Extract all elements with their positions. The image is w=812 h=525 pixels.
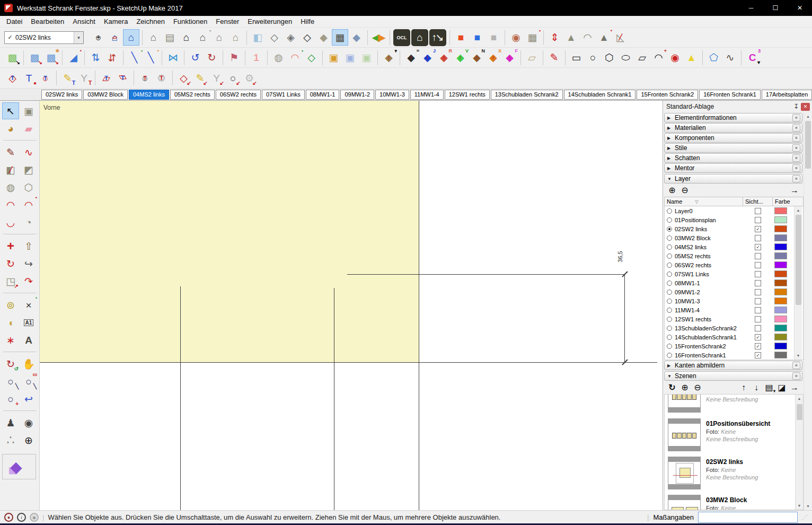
arc-tool[interactable]: ◠ <box>2 196 19 213</box>
walk-tool[interactable]: ∴ <box>2 432 19 449</box>
layer-radio[interactable] <box>667 299 672 304</box>
paper-cone-icon[interactable]: ▲ <box>683 49 700 66</box>
label-move-icon[interactable]: T● <box>21 70 37 86</box>
layer-color-swatch[interactable] <box>774 261 787 268</box>
ball-arc-icon[interactable]: ◠▪ <box>287 49 303 66</box>
layer-color-swatch[interactable] <box>774 216 787 223</box>
scene-remove-icon[interactable]: ⊖ <box>692 382 703 393</box>
section-close-icon[interactable]: × <box>792 144 800 152</box>
layer-color-swatch[interactable] <box>774 325 787 331</box>
pie-tool[interactable]: ◔ <box>20 214 37 231</box>
scenes-scroll-thumb[interactable] <box>797 404 802 420</box>
offset-tool[interactable]: ↷ <box>20 273 37 290</box>
layer-list-scrollbar[interactable]: ▲ ▼ <box>794 206 802 360</box>
scene-tab-12sw1-rechts[interactable]: 12SW1 rechts <box>445 90 490 100</box>
combo-chevron-icon[interactable]: ▾ <box>74 32 83 43</box>
scene-tab-09mw1-2[interactable]: 09MW1-2 <box>340 90 374 100</box>
label-card-up-icon[interactable]: ▱T <box>98 70 114 86</box>
scenes-scroll-down-icon[interactable]: ▼ <box>796 502 803 510</box>
layer-color-swatch[interactable] <box>774 316 787 322</box>
round-cube-orange-icon[interactable]: ▣ <box>325 49 342 66</box>
layer-visible-checkbox[interactable]: ✓ <box>755 244 761 250</box>
layer-visible-checkbox[interactable] <box>755 235 761 241</box>
layer-row-07sw1-links[interactable]: 07SW1 Links <box>665 269 794 278</box>
layer-radio[interactable] <box>667 308 672 313</box>
zoom-window-tool[interactable]: ○╲▭ <box>20 373 37 390</box>
view-top-icon[interactable]: ▤ <box>162 29 178 46</box>
menu-kamera[interactable]: Kamera <box>100 17 133 26</box>
layer-color-swatch[interactable] <box>774 243 787 250</box>
protractor-tool[interactable]: ◖ <box>2 314 19 331</box>
ocl-button[interactable]: OCL <box>393 29 410 46</box>
layer-row-10mw1-3[interactable]: 10MW1-3 <box>665 296 794 305</box>
layer-scroll-thumb[interactable] <box>796 215 801 305</box>
sign-in-icon[interactable]: ☻ <box>30 513 39 522</box>
section-close-icon[interactable]: × <box>792 134 800 142</box>
text-tool[interactable]: A1 <box>20 314 37 331</box>
layer-row-12sw1-rechts[interactable]: 12SW1 rechts <box>665 314 794 323</box>
select-tool[interactable]: ↖ <box>2 102 19 119</box>
view-right-icon[interactable]: ⌂ <box>227 29 244 46</box>
polygon-tool[interactable]: ⬡ <box>20 179 37 196</box>
scene-tab-17arbeitsplatten[interactable]: 17Arbeitsplatten <box>762 90 812 100</box>
edge-horizontal-bottom[interactable] <box>40 362 657 363</box>
section-stile[interactable]: ▶Stile× <box>664 143 802 153</box>
section-close-icon[interactable]: × <box>792 154 800 162</box>
model-viewport[interactable]: Vorne 36,5 <box>40 101 663 510</box>
layer-row-02sw2-links[interactable]: 02SW2 links✓ <box>665 224 794 233</box>
layer-color-swatch[interactable] <box>774 270 787 277</box>
label-pencil-icon[interactable]: ✎T <box>59 70 76 86</box>
sandbox-from-scratch-icon[interactable]: ▦▪ <box>524 29 541 46</box>
yellow-face[interactable] <box>40 101 419 362</box>
tray-scroll-thumb[interactable] <box>805 121 811 169</box>
previous-view-tool[interactable]: ↩ <box>20 390 37 407</box>
section-kanten-abmildern[interactable]: ▶Kanten abmildern× <box>664 361 802 370</box>
section-komponenten[interactable]: ▶Komponenten× <box>664 133 802 143</box>
paper-hexagon-icon[interactable]: ⬡ <box>601 49 617 66</box>
layer-row-05ms2-rechts[interactable]: 05MS2 rechts <box>665 251 794 260</box>
wire-rock-icon[interactable]: ◇ <box>303 49 320 66</box>
paper-arc-icon[interactable]: ◠+ <box>650 49 667 66</box>
layer-radio[interactable] <box>667 235 672 241</box>
scene-tab-15fronten-schrank2[interactable]: 15Fronten Schrank2 <box>637 90 698 100</box>
scene-item-02sw2-links[interactable]: 02SW2 linksFoto: KeineKeine Beschreibung <box>665 454 795 492</box>
cube-blue-icon[interactable]: ■ <box>469 29 486 46</box>
layer-radio[interactable] <box>667 272 672 277</box>
layer-color-swatch[interactable] <box>774 234 787 241</box>
layer-row-01positionsplan[interactable]: 01Positionsplan <box>665 215 794 224</box>
label-arrow-find-icon[interactable]: ○↙ <box>225 70 241 86</box>
plugin-blue-flag-icon[interactable]: ◢• <box>65 49 82 66</box>
3d-text-tool[interactable]: A <box>20 331 37 348</box>
label-arrow-settings-icon[interactable]: ⚙↙ <box>241 70 258 86</box>
rotated-rectangle-tool[interactable]: ◩ <box>20 161 37 178</box>
pushup-r-icon[interactable]: ◆↑R <box>436 49 452 66</box>
section-close-icon[interactable]: × <box>792 372 800 380</box>
label-wrench-icon[interactable]: YT <box>76 70 92 86</box>
scene-tab-02sw2-links[interactable]: 02SW2 links <box>41 90 82 100</box>
pan-tool[interactable]: ✋ <box>20 355 37 372</box>
active-layer-combo[interactable]: ✓ 02SW2 links ▾ <box>4 31 84 44</box>
menu-erweiterungen[interactable]: Erweiterungen <box>243 17 296 26</box>
layer-visible-checkbox[interactable] <box>755 208 761 214</box>
layer-radio[interactable] <box>667 262 672 268</box>
line-midpoint-icon[interactable]: ╲• <box>143 49 159 66</box>
view-left-icon[interactable]: ⌂ <box>211 29 227 46</box>
layer-visible-checkbox[interactable] <box>755 289 761 295</box>
curve-red-arrow-icon[interactable]: ↻ <box>204 49 220 66</box>
style-textured-icon[interactable]: ▦ <box>332 29 348 46</box>
layer-radio[interactable] <box>667 208 672 214</box>
layer-visible-checkbox[interactable]: ✓ <box>755 226 761 232</box>
tray-scroll-up-icon[interactable]: ▲ <box>804 112 812 120</box>
rectangle-tool[interactable]: ◧╱ <box>2 161 19 178</box>
menu-hilfe[interactable]: Hilfe <box>296 17 319 26</box>
scene-tab-13schubladen-schrank2[interactable]: 13Schubladen Schrank2 <box>491 90 563 100</box>
move-tool[interactable]: + <box>2 238 19 255</box>
swap-up-down-icon[interactable]: ⇅ <box>87 49 104 66</box>
scene-move-up-icon[interactable]: ↑ <box>738 382 749 393</box>
view-back-icon[interactable]: ⌂▪ <box>195 29 211 46</box>
edge-vertical-1[interactable] <box>180 286 181 510</box>
layer-visible-checkbox[interactable]: ✓ <box>755 334 761 340</box>
layer-visible-checkbox[interactable] <box>755 271 761 277</box>
squiggle-icon[interactable]: ∿ <box>722 49 738 66</box>
axes-dark-button[interactable]: ↑↘ <box>429 29 446 46</box>
